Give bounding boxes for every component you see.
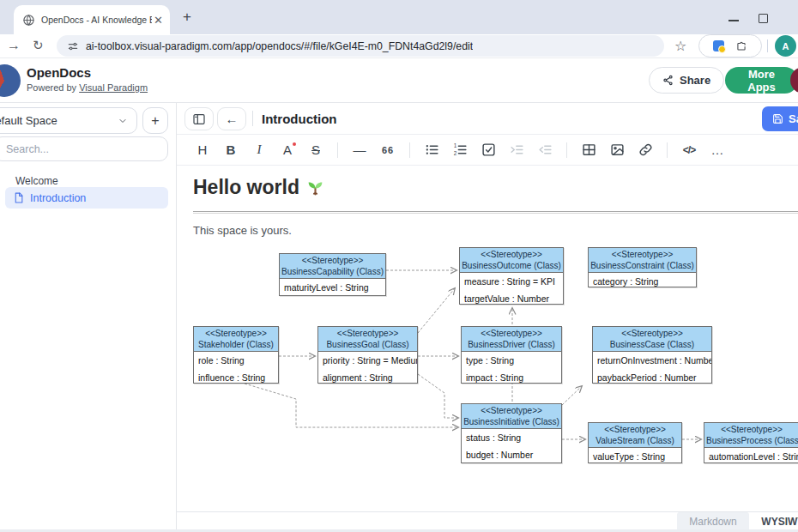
toggle-sidebar-button[interactable] xyxy=(184,107,214,130)
search-input[interactable] xyxy=(0,137,167,160)
main-panel: ← Introduction Save HBIAS—6612</>… Hello… xyxy=(177,103,798,530)
sidebar-section-welcome: Welcome xyxy=(15,175,58,187)
search-box xyxy=(0,136,168,161)
more-button[interactable]: … xyxy=(707,140,728,160)
strikethrough-button[interactable]: S xyxy=(305,140,326,160)
sidebar-item-introduction[interactable]: Introduction xyxy=(5,187,168,209)
uml-class-business-process: <<Stereotype>>BusinessProcess (Class)aut… xyxy=(704,422,798,463)
url-text: ai-toolbox.visual-paradigm.com/app/opend… xyxy=(86,40,473,52)
editor-content[interactable]: Hello world This space is yours. xyxy=(177,166,798,511)
powered-by: Powered by Visual Paradigm xyxy=(27,82,148,93)
editor-toolbar: HBIAS—6612</>… xyxy=(177,135,798,166)
globe-favicon-icon xyxy=(22,14,35,27)
forward-button[interactable]: → xyxy=(7,37,21,54)
uml-stereotype: <<Stereotype>> xyxy=(281,255,384,266)
link-button[interactable] xyxy=(635,140,656,160)
uml-attribute: maturityLevel : String xyxy=(284,280,381,296)
seedling-emoji xyxy=(306,178,324,196)
tab-close-icon[interactable]: ✕ xyxy=(154,15,163,26)
uml-class-name: BusinessOutcome (Class) xyxy=(462,260,561,271)
code-button[interactable]: </> xyxy=(679,140,699,160)
bookmark-star-icon[interactable]: ☆ xyxy=(674,38,686,55)
heading-button[interactable]: H xyxy=(192,140,213,160)
share-button[interactable]: Share xyxy=(649,67,724,94)
uml-class-name: BusinessCapability (Class) xyxy=(281,266,384,277)
url-bar[interactable]: ai-toolbox.visual-paradigm.com/app/opend… xyxy=(57,35,664,57)
uml-attribute: impact : String xyxy=(466,370,557,384)
ai-toolbox-extension-icon[interactable] xyxy=(713,40,724,51)
bold-button[interactable]: B xyxy=(221,140,241,160)
task-list-button[interactable] xyxy=(478,140,499,160)
font-color-dot xyxy=(293,142,296,146)
app-header: OpenDocs Powered by Visual Paradigm Shar… xyxy=(0,58,798,103)
uml-stereotype: <<Stereotype>> xyxy=(196,328,276,339)
tab-wysiwyg[interactable]: WYSIWYG xyxy=(753,512,798,531)
toolbar-divider xyxy=(767,39,768,52)
document-heading: Hello world xyxy=(193,176,324,199)
heading-text: Hello world xyxy=(193,176,299,199)
save-label: Save xyxy=(789,112,798,125)
share-label: Share xyxy=(680,74,710,87)
browser-tab-strip: OpenDocs - AI Knowledge Base ✕ + xyxy=(0,0,798,34)
uml-class-value-stream: <<Stereotype>>ValueStream (Class)valueTy… xyxy=(588,422,682,463)
extensions-puzzle-icon[interactable] xyxy=(735,40,747,52)
space-name: Default Space xyxy=(0,114,57,127)
uml-attribute: valueType : String xyxy=(593,449,677,463)
extensions-pill xyxy=(698,34,762,57)
more-apps-button[interactable]: More Apps xyxy=(725,67,798,94)
svg-text:1: 1 xyxy=(453,142,456,148)
site-settings-icon[interactable] xyxy=(67,40,79,52)
window-minimize-button[interactable] xyxy=(728,20,739,21)
tab-markdown[interactable]: Markdown xyxy=(677,512,749,531)
back-arrow-icon: ← xyxy=(226,112,239,126)
horizontal-rule-button[interactable]: — xyxy=(349,140,370,160)
space-selector[interactable]: Default Space xyxy=(0,107,137,134)
uml-stereotype: <<Stereotype>> xyxy=(706,424,797,435)
document-header: ← Introduction Save xyxy=(177,103,798,135)
uml-diagram[interactable]: <<Stereotype>>BusinessCapability (Class)… xyxy=(193,247,798,472)
add-space-button[interactable]: + xyxy=(142,107,168,134)
browser-profile-avatar[interactable]: A xyxy=(775,35,796,57)
sidebar-item-label: Introduction xyxy=(30,192,86,204)
reload-button[interactable]: ↻ xyxy=(33,37,44,54)
visual-paradigm-link[interactable]: Visual Paradigm xyxy=(79,82,148,93)
tab-title: OpenDocs - AI Knowledge Base xyxy=(41,15,152,25)
bullet-list-button[interactable] xyxy=(421,140,442,160)
document-title: Introduction xyxy=(262,103,336,135)
header-divider xyxy=(252,111,253,126)
uml-stereotype: <<Stereotype>> xyxy=(463,328,559,339)
uml-class-business-goal: <<Stereotype>>BusinessGoal (Class)priori… xyxy=(317,326,418,384)
browser-tab[interactable]: OpenDocs - AI Knowledge Base ✕ xyxy=(14,5,170,34)
uml-connector-business-goal-to-business-initiative xyxy=(418,374,458,418)
uml-attribute: paybackPeriod : Number xyxy=(597,370,707,384)
outdent-button xyxy=(535,140,555,160)
save-button[interactable]: Save xyxy=(762,106,798,131)
uml-class-business-outcome: <<Stereotype>>BusinessOutcome (Class)mea… xyxy=(459,247,564,305)
uml-stereotype: <<Stereotype>> xyxy=(462,249,561,260)
ordered-list-button[interactable]: 12 xyxy=(450,140,470,160)
toolbar-divider xyxy=(409,142,410,158)
new-tab-button[interactable]: + xyxy=(177,7,197,27)
uml-class-name: ValueStream (Class) xyxy=(590,435,680,446)
uml-class-business-constraint: <<Stereotype>>BusinessConstraint (Class)… xyxy=(588,247,697,287)
uml-attribute: returnOnInvestment : Number xyxy=(597,353,707,370)
uml-attribute: budget : Number xyxy=(466,447,557,464)
italic-button[interactable]: I xyxy=(249,140,269,160)
uml-attribute: priority : String = Medium xyxy=(323,353,413,370)
toolbar-divider xyxy=(337,142,338,158)
font-color-button[interactable]: A xyxy=(277,140,298,160)
uml-class-name: BusinessDriver (Class) xyxy=(463,339,559,350)
uml-class-business-capability: <<Stereotype>>BusinessCapability (Class)… xyxy=(279,253,386,296)
opendocs-logo xyxy=(0,64,21,97)
blockquote-button[interactable]: 66 xyxy=(378,140,398,160)
uml-attribute: role : String xyxy=(198,353,274,370)
uml-stereotype: <<Stereotype>> xyxy=(320,328,415,339)
more-apps-label: More Apps xyxy=(738,68,785,94)
window-maximize-button[interactable] xyxy=(759,14,768,23)
uml-attribute: alignment : String xyxy=(323,370,413,384)
image-button[interactable] xyxy=(607,140,627,160)
mode-tab-bar: Markdown WYSIWYG xyxy=(177,511,798,531)
uml-class-business-driver: <<Stereotype>>BusinessDriver (Class)type… xyxy=(461,326,562,384)
back-button[interactable]: ← xyxy=(217,107,246,130)
table-button[interactable] xyxy=(578,140,599,160)
